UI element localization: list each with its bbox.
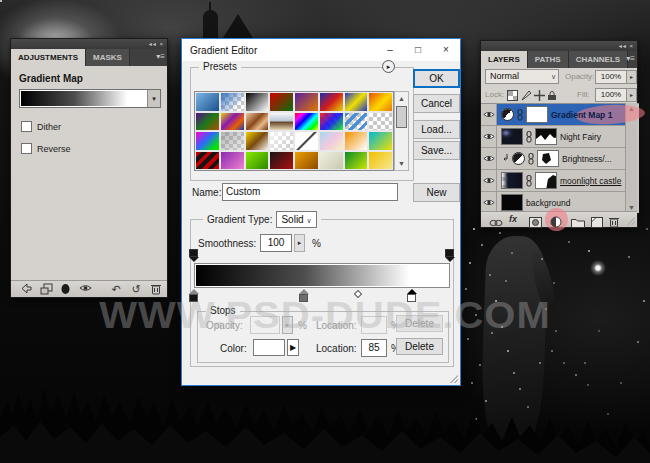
back-arrow-icon[interactable] bbox=[19, 283, 33, 295]
layer-name[interactable]: moonlight castle bbox=[560, 176, 621, 186]
mask-link-icon[interactable] bbox=[526, 131, 532, 143]
gradient-map-preview-bar[interactable] bbox=[20, 90, 147, 107]
layer-row-brightness[interactable]: Brightness/... bbox=[481, 148, 627, 170]
gradient-preset-swatch[interactable] bbox=[195, 151, 220, 171]
ok-button[interactable]: OK bbox=[413, 69, 460, 88]
gradient-preset-swatch[interactable] bbox=[269, 112, 294, 132]
previous-state-icon[interactable]: ↶ bbox=[109, 283, 123, 295]
layer-mask-thumbnail[interactable] bbox=[535, 172, 557, 189]
gradient-editor-bar[interactable] bbox=[196, 265, 448, 286]
gradient-preset-swatch[interactable] bbox=[245, 112, 270, 132]
tab-masks[interactable]: MASKS bbox=[86, 49, 130, 66]
gradient-map-adjustment-icon[interactable] bbox=[501, 108, 514, 121]
trash-icon[interactable] bbox=[149, 283, 163, 295]
gradient-preset-swatch[interactable] bbox=[344, 112, 369, 132]
gradient-preset-swatch[interactable] bbox=[344, 131, 369, 151]
mask-link-icon[interactable] bbox=[528, 153, 534, 165]
gradient-preset-swatch[interactable] bbox=[245, 131, 270, 151]
collapse-panel-icon[interactable]: ◂◂ bbox=[619, 43, 627, 49]
layer-thumbnail[interactable] bbox=[501, 172, 523, 189]
brightness-adjustment-icon[interactable] bbox=[512, 152, 525, 165]
visibility-ball-icon[interactable] bbox=[58, 283, 72, 295]
delete-layer-trash-icon[interactable] bbox=[609, 214, 625, 226]
gradient-preset-swatch[interactable] bbox=[319, 131, 344, 151]
gradient-preset-swatch[interactable] bbox=[344, 151, 369, 171]
layer-name[interactable]: Night Fairy bbox=[560, 132, 601, 142]
collapse-panel-icon[interactable]: ◂◂ bbox=[149, 41, 157, 47]
gradient-preset-swatch[interactable] bbox=[245, 92, 270, 112]
mask-link-icon[interactable] bbox=[517, 109, 523, 121]
gradient-preset-swatch[interactable] bbox=[195, 92, 220, 112]
gradient-preset-swatch[interactable] bbox=[269, 151, 294, 171]
lock-all-icon[interactable] bbox=[547, 87, 559, 99]
scroll-down-icon[interactable]: ▼ bbox=[626, 204, 637, 211]
gradient-preset-swatch[interactable] bbox=[220, 131, 245, 151]
gradient-preset-swatch[interactable] bbox=[344, 92, 369, 112]
layer-style-fx-icon[interactable]: fx bbox=[509, 214, 525, 226]
gradient-preset-swatch[interactable] bbox=[319, 92, 344, 112]
save-button[interactable]: Save... bbox=[413, 141, 460, 160]
layer-row-moonlight-castle[interactable]: moonlight castle bbox=[481, 170, 627, 192]
resize-grip[interactable] bbox=[450, 375, 458, 383]
fill-value[interactable]: 100% bbox=[595, 88, 627, 102]
visibility-eye-icon[interactable] bbox=[481, 126, 497, 147]
close-panel-icon[interactable]: × bbox=[159, 41, 164, 47]
gradient-preset-swatch[interactable] bbox=[319, 112, 344, 132]
visibility-eye-icon[interactable] bbox=[481, 148, 497, 169]
tab-paths[interactable]: PATHS bbox=[528, 51, 569, 68]
layer-thumbnail[interactable] bbox=[501, 128, 523, 145]
smoothness-spinner-icon[interactable]: ▸ bbox=[294, 234, 305, 252]
cancel-button[interactable]: Cancel bbox=[413, 94, 460, 113]
gradient-preset-swatch[interactable] bbox=[294, 112, 319, 132]
fill-spinner-icon[interactable]: ▸ bbox=[627, 88, 637, 102]
clip-to-layer-icon[interactable] bbox=[39, 283, 53, 295]
opacity-value[interactable]: 100% bbox=[595, 70, 627, 84]
eye-icon[interactable] bbox=[78, 283, 92, 295]
gradient-preset-swatch[interactable] bbox=[368, 151, 393, 171]
chevron-down-icon[interactable]: ▾ bbox=[147, 90, 160, 107]
new-button[interactable]: New bbox=[413, 183, 460, 202]
tab-channels[interactable]: CHANNELS bbox=[569, 51, 628, 68]
gradient-preset-swatch[interactable] bbox=[368, 131, 393, 151]
presets-scrollbar[interactable]: ▲ ▼ bbox=[394, 91, 409, 171]
layer-name[interactable]: background bbox=[526, 198, 570, 208]
name-input[interactable]: Custom bbox=[222, 183, 398, 201]
panel-menu-icon[interactable]: ▾≡ bbox=[626, 54, 635, 64]
lock-transparency-icon[interactable] bbox=[507, 87, 519, 99]
visibility-eye-icon[interactable] bbox=[481, 170, 497, 191]
scroll-down-icon[interactable]: ▼ bbox=[395, 157, 408, 170]
layer-name[interactable]: Brightness/... bbox=[562, 154, 612, 164]
delete-stop-button[interactable]: Delete bbox=[396, 338, 443, 355]
color-location-input[interactable]: 85 bbox=[361, 339, 387, 357]
layer-mask-thumbnail[interactable] bbox=[535, 128, 557, 145]
layer-thumbnail[interactable] bbox=[501, 194, 523, 211]
tab-adjustments[interactable]: ADJUSTMENTS bbox=[11, 49, 86, 66]
gradient-preset-swatch[interactable] bbox=[294, 151, 319, 171]
color-swatch[interactable] bbox=[253, 339, 285, 356]
reset-icon[interactable]: ↺ bbox=[129, 283, 143, 295]
new-adjustment-layer-icon[interactable] bbox=[550, 214, 566, 226]
gradient-preset-swatch[interactable] bbox=[195, 112, 220, 132]
new-group-icon[interactable] bbox=[571, 214, 587, 226]
visibility-eye-icon[interactable] bbox=[481, 104, 497, 125]
color-arrow-icon[interactable]: ▶ bbox=[287, 339, 299, 356]
minimize-icon[interactable]: – bbox=[376, 39, 404, 61]
maximize-icon[interactable]: □ bbox=[404, 39, 432, 61]
blend-mode-select[interactable]: Normal ∨ bbox=[485, 69, 559, 84]
opacity-spinner-icon[interactable]: ▸ bbox=[627, 70, 637, 84]
visibility-eye-icon[interactable] bbox=[481, 192, 497, 213]
tab-layers[interactable]: LAYERS bbox=[481, 51, 528, 68]
gradient-preset-swatch[interactable] bbox=[245, 151, 270, 171]
scroll-up-icon[interactable]: ▲ bbox=[395, 92, 408, 105]
lock-pixels-brush-icon[interactable] bbox=[521, 87, 533, 99]
panel-menu-icon[interactable]: ▾≡ bbox=[156, 52, 165, 62]
lock-position-move-icon[interactable] bbox=[534, 87, 546, 99]
gradient-preset-swatch[interactable] bbox=[294, 131, 319, 151]
dither-checkbox[interactable] bbox=[21, 121, 32, 132]
smoothness-input[interactable]: 100 bbox=[260, 234, 292, 252]
add-layer-mask-icon[interactable] bbox=[529, 214, 545, 226]
gradient-preset-swatch[interactable] bbox=[319, 151, 344, 171]
gradient-preset-swatch[interactable] bbox=[294, 92, 319, 112]
gradient-preset-swatch[interactable] bbox=[220, 151, 245, 171]
gradient-preset-swatch[interactable] bbox=[195, 131, 220, 151]
